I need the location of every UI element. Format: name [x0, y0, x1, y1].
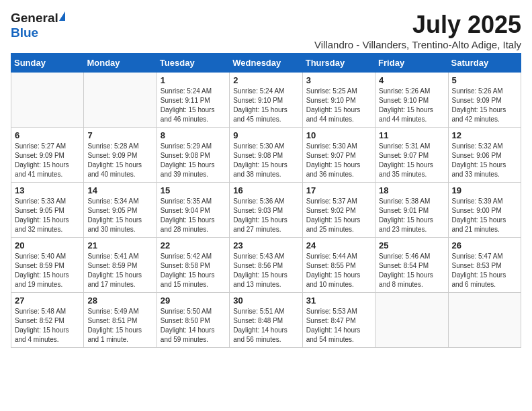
calendar-cell — [448, 293, 521, 348]
calendar-cell: 10Sunrise: 5:30 AM Sunset: 9:07 PM Dayli… — [302, 128, 375, 183]
calendar-cell — [84, 73, 157, 128]
calendar-header-row: SundayMondayTuesdayWednesdayThursdayFrid… — [11, 54, 521, 73]
calendar-cell: 18Sunrise: 5:38 AM Sunset: 9:01 PM Dayli… — [375, 183, 448, 238]
calendar-cell: 6Sunrise: 5:27 AM Sunset: 9:09 PM Daylig… — [11, 128, 84, 183]
calendar-cell: 26Sunrise: 5:47 AM Sunset: 8:53 PM Dayli… — [448, 238, 521, 293]
calendar-cell: 5Sunrise: 5:26 AM Sunset: 9:09 PM Daylig… — [448, 73, 521, 128]
logo-triangle-icon — [59, 11, 65, 21]
calendar-cell: 17Sunrise: 5:37 AM Sunset: 9:02 PM Dayli… — [302, 183, 375, 238]
day-info: Sunrise: 5:25 AM Sunset: 9:10 PM Dayligh… — [306, 87, 371, 124]
day-number: 15 — [161, 185, 226, 195]
calendar-header-monday: Monday — [84, 54, 157, 73]
day-number: 20 — [15, 240, 80, 250]
calendar-cell: 31Sunrise: 5:53 AM Sunset: 8:47 PM Dayli… — [302, 293, 375, 348]
day-info: Sunrise: 5:30 AM Sunset: 9:07 PM Dayligh… — [306, 142, 371, 179]
day-info: Sunrise: 5:34 AM Sunset: 9:05 PM Dayligh… — [87, 197, 152, 234]
calendar-cell: 7Sunrise: 5:28 AM Sunset: 9:09 PM Daylig… — [84, 128, 157, 183]
calendar-cell: 22Sunrise: 5:42 AM Sunset: 8:58 PM Dayli… — [157, 238, 229, 293]
day-info: Sunrise: 5:24 AM Sunset: 9:10 PM Dayligh… — [233, 87, 298, 124]
day-info: Sunrise: 5:48 AM Sunset: 8:52 PM Dayligh… — [15, 307, 80, 345]
day-info: Sunrise: 5:41 AM Sunset: 8:59 PM Dayligh… — [87, 252, 152, 289]
day-info: Sunrise: 5:32 AM Sunset: 9:06 PM Dayligh… — [452, 142, 517, 179]
day-info: Sunrise: 5:24 AM Sunset: 9:11 PM Dayligh… — [161, 87, 226, 124]
calendar-cell: 2Sunrise: 5:24 AM Sunset: 9:10 PM Daylig… — [230, 73, 302, 128]
calendar-cell: 12Sunrise: 5:32 AM Sunset: 9:06 PM Dayli… — [448, 128, 521, 183]
day-info: Sunrise: 5:27 AM Sunset: 9:09 PM Dayligh… — [15, 142, 80, 179]
calendar-cell: 8Sunrise: 5:29 AM Sunset: 9:08 PM Daylig… — [157, 128, 229, 183]
calendar-header-thursday: Thursday — [302, 54, 375, 73]
day-number: 18 — [379, 185, 444, 195]
month-title: July 2025 — [314, 11, 521, 39]
day-number: 14 — [87, 185, 152, 195]
calendar-week-5: 27Sunrise: 5:48 AM Sunset: 8:52 PM Dayli… — [11, 293, 521, 348]
day-number: 6 — [15, 130, 80, 140]
calendar-cell: 23Sunrise: 5:43 AM Sunset: 8:56 PM Dayli… — [230, 238, 302, 293]
day-info: Sunrise: 5:46 AM Sunset: 8:54 PM Dayligh… — [379, 252, 444, 289]
calendar-header-sunday: Sunday — [11, 54, 84, 73]
day-info: Sunrise: 5:35 AM Sunset: 9:04 PM Dayligh… — [161, 197, 226, 234]
day-number: 3 — [306, 75, 371, 85]
title-section: July 2025 Villandro - Villanders, Trenti… — [314, 11, 521, 50]
day-number: 9 — [233, 130, 298, 140]
day-info: Sunrise: 5:31 AM Sunset: 9:07 PM Dayligh… — [379, 142, 444, 179]
calendar-cell: 14Sunrise: 5:34 AM Sunset: 9:05 PM Dayli… — [84, 183, 157, 238]
day-info: Sunrise: 5:39 AM Sunset: 9:00 PM Dayligh… — [452, 197, 517, 234]
calendar-header-tuesday: Tuesday — [157, 54, 229, 73]
calendar-cell: 11Sunrise: 5:31 AM Sunset: 9:07 PM Dayli… — [375, 128, 448, 183]
calendar-week-2: 6Sunrise: 5:27 AM Sunset: 9:09 PM Daylig… — [11, 128, 521, 183]
day-number: 2 — [233, 75, 298, 85]
calendar-week-3: 13Sunrise: 5:33 AM Sunset: 9:05 PM Dayli… — [11, 183, 521, 238]
calendar-cell: 15Sunrise: 5:35 AM Sunset: 9:04 PM Dayli… — [157, 183, 229, 238]
calendar-cell: 1Sunrise: 5:24 AM Sunset: 9:11 PM Daylig… — [157, 73, 229, 128]
calendar-cell: 3Sunrise: 5:25 AM Sunset: 9:10 PM Daylig… — [302, 73, 375, 128]
day-number: 12 — [452, 130, 517, 140]
day-info: Sunrise: 5:44 AM Sunset: 8:55 PM Dayligh… — [306, 252, 371, 289]
day-info: Sunrise: 5:26 AM Sunset: 9:09 PM Dayligh… — [452, 87, 517, 124]
location-title: Villandro - Villanders, Trentino-Alto Ad… — [314, 39, 521, 50]
page-header: General Blue July 2025 Villandro - Villa… — [11, 11, 521, 50]
day-number: 30 — [233, 295, 298, 306]
day-number: 13 — [15, 185, 80, 195]
day-info: Sunrise: 5:49 AM Sunset: 8:51 PM Dayligh… — [87, 307, 152, 345]
day-number: 22 — [161, 240, 226, 250]
calendar-cell: 30Sunrise: 5:51 AM Sunset: 8:48 PM Dayli… — [230, 293, 302, 348]
day-number: 1 — [161, 75, 226, 85]
day-info: Sunrise: 5:26 AM Sunset: 9:10 PM Dayligh… — [379, 87, 444, 124]
day-info: Sunrise: 5:53 AM Sunset: 8:47 PM Dayligh… — [306, 307, 371, 345]
day-number: 10 — [306, 130, 371, 140]
calendar-cell: 24Sunrise: 5:44 AM Sunset: 8:55 PM Dayli… — [302, 238, 375, 293]
day-info: Sunrise: 5:50 AM Sunset: 8:50 PM Dayligh… — [161, 307, 226, 345]
day-number: 17 — [306, 185, 371, 195]
day-number: 7 — [87, 130, 152, 140]
calendar-header-saturday: Saturday — [448, 54, 521, 73]
calendar-cell: 13Sunrise: 5:33 AM Sunset: 9:05 PM Dayli… — [11, 183, 84, 238]
day-info: Sunrise: 5:51 AM Sunset: 8:48 PM Dayligh… — [233, 307, 298, 345]
logo: General Blue — [11, 11, 65, 40]
calendar-cell: 9Sunrise: 5:30 AM Sunset: 9:08 PM Daylig… — [230, 128, 302, 183]
calendar-cell: 27Sunrise: 5:48 AM Sunset: 8:52 PM Dayli… — [11, 293, 84, 348]
day-number: 31 — [306, 295, 371, 306]
calendar-cell: 20Sunrise: 5:40 AM Sunset: 8:59 PM Dayli… — [11, 238, 84, 293]
calendar-header-friday: Friday — [375, 54, 448, 73]
day-number: 21 — [87, 240, 152, 250]
day-number: 26 — [452, 240, 517, 250]
calendar-week-4: 20Sunrise: 5:40 AM Sunset: 8:59 PM Dayli… — [11, 238, 521, 293]
day-number: 24 — [306, 240, 371, 250]
calendar-cell: 29Sunrise: 5:50 AM Sunset: 8:50 PM Dayli… — [157, 293, 229, 348]
calendar-cell: 19Sunrise: 5:39 AM Sunset: 9:00 PM Dayli… — [448, 183, 521, 238]
calendar-cell: 21Sunrise: 5:41 AM Sunset: 8:59 PM Dayli… — [84, 238, 157, 293]
calendar-week-1: 1Sunrise: 5:24 AM Sunset: 9:11 PM Daylig… — [11, 73, 521, 128]
logo-general: General — [11, 11, 58, 26]
day-info: Sunrise: 5:38 AM Sunset: 9:01 PM Dayligh… — [379, 197, 444, 234]
day-number: 8 — [161, 130, 226, 140]
day-info: Sunrise: 5:28 AM Sunset: 9:09 PM Dayligh… — [87, 142, 152, 179]
day-number: 23 — [233, 240, 298, 250]
calendar-cell — [11, 73, 84, 128]
day-number: 25 — [379, 240, 444, 250]
day-number: 11 — [379, 130, 444, 140]
calendar-cell — [375, 293, 448, 348]
day-info: Sunrise: 5:37 AM Sunset: 9:02 PM Dayligh… — [306, 197, 371, 234]
day-info: Sunrise: 5:47 AM Sunset: 8:53 PM Dayligh… — [452, 252, 517, 289]
logo-blue: Blue — [11, 26, 38, 40]
day-info: Sunrise: 5:33 AM Sunset: 9:05 PM Dayligh… — [15, 197, 80, 234]
